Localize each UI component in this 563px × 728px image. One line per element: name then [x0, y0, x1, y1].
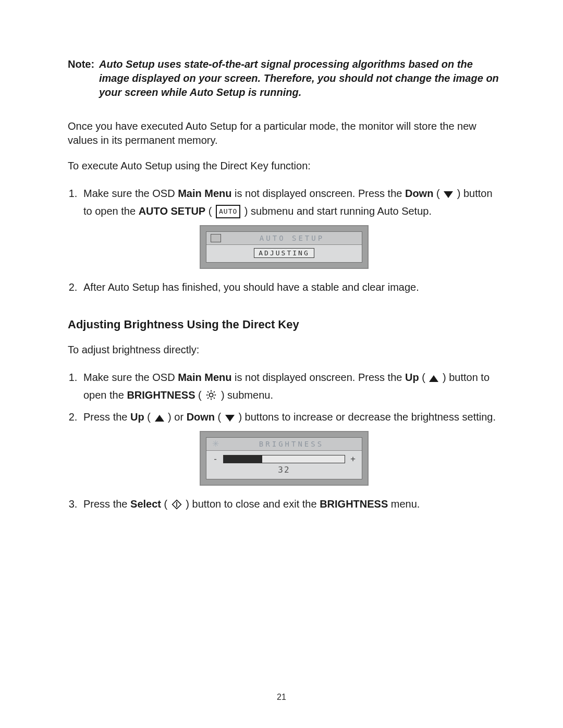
- brightness-sun-icon: [205, 389, 217, 401]
- osd-brightness-value: 32: [212, 465, 357, 475]
- adjust-line: To adjust brightness directly:: [68, 343, 500, 357]
- main-menu-label: Main Menu: [178, 188, 231, 199]
- svg-line-6: [214, 398, 215, 399]
- auto-setup-steps-cont: After Auto Setup has finished, you shoul…: [68, 278, 500, 296]
- bstep-3: Press the Select ( ) button to close and…: [80, 495, 500, 513]
- osd-brightness-title: BRIGHTNESS: [225, 440, 358, 448]
- brightness-steps: Make sure the OSD Main Menu is not displ…: [68, 368, 500, 426]
- bstep-2: Press the Up ( ) or Down ( ) buttons to …: [80, 408, 500, 426]
- svg-line-7: [207, 398, 209, 399]
- osd-plus: +: [349, 454, 357, 464]
- svg-point-0: [210, 393, 213, 397]
- brightness-label-2: BRIGHTNESS: [320, 498, 388, 510]
- note-label: Note:: [68, 58, 94, 70]
- auto-setup-steps: Make sure the OSD Main Menu is not displ…: [68, 184, 500, 220]
- osd-brightness-figure: ✳ BRIGHTNESS - + 32: [68, 431, 500, 486]
- svg-line-5: [207, 391, 209, 392]
- manual-page: Note: Auto Setup uses state-of-the-art s…: [0, 0, 563, 728]
- up-label: Up: [405, 372, 419, 383]
- auto-chip-icon: AUTO: [216, 205, 240, 218]
- osd-brightness-slider: - +: [212, 454, 357, 464]
- auto-setup-label: AUTO SETUP: [139, 205, 206, 217]
- osd-auto-icon: [211, 234, 221, 242]
- osd-minus: -: [212, 454, 219, 464]
- down-triangle-icon-2: [225, 415, 235, 422]
- up-triangle-icon-2: [155, 415, 164, 422]
- down-label-2: Down: [187, 411, 215, 423]
- up-label-2: Up: [130, 411, 144, 423]
- step-1: Make sure the OSD Main Menu is not displ…: [80, 184, 500, 220]
- down-label: Down: [405, 188, 433, 199]
- osd-auto-setup-figure: AUTO SETUP ADJUSTING: [68, 225, 500, 269]
- bstep-1: Make sure the OSD Main Menu is not displ…: [80, 368, 500, 404]
- down-triangle-icon: [444, 191, 453, 198]
- osd-auto-title: AUTO SETUP: [226, 234, 358, 242]
- select-label: Select: [130, 498, 161, 510]
- svg-line-8: [214, 391, 215, 392]
- step-2: After Auto Setup has finished, you shoul…: [80, 278, 500, 296]
- note-block: Note: Auto Setup uses state-of-the-art s…: [68, 57, 500, 100]
- osd-auto-status: ADJUSTING: [254, 248, 314, 258]
- intro-paragraph: Once you have executed Auto Setup for a …: [68, 119, 500, 147]
- brightness-steps-cont: Press the Select ( ) button to close and…: [68, 495, 500, 513]
- note-text: Auto Setup uses state-of-the-art signal …: [99, 58, 499, 98]
- select-diamond-icon: [172, 499, 182, 510]
- page-number: 21: [0, 693, 563, 702]
- exec-line: To execute Auto Setup using the Direct K…: [68, 159, 500, 173]
- osd-brightness-icon: ✳: [211, 440, 220, 448]
- main-menu-label-2: Main Menu: [178, 372, 231, 383]
- up-triangle-icon: [429, 375, 438, 382]
- osd-slider-fill: [224, 455, 262, 463]
- brightness-label: BRIGHTNESS: [127, 389, 195, 401]
- section-heading: Adjusting Brightness Using the Direct Ke…: [68, 318, 500, 331]
